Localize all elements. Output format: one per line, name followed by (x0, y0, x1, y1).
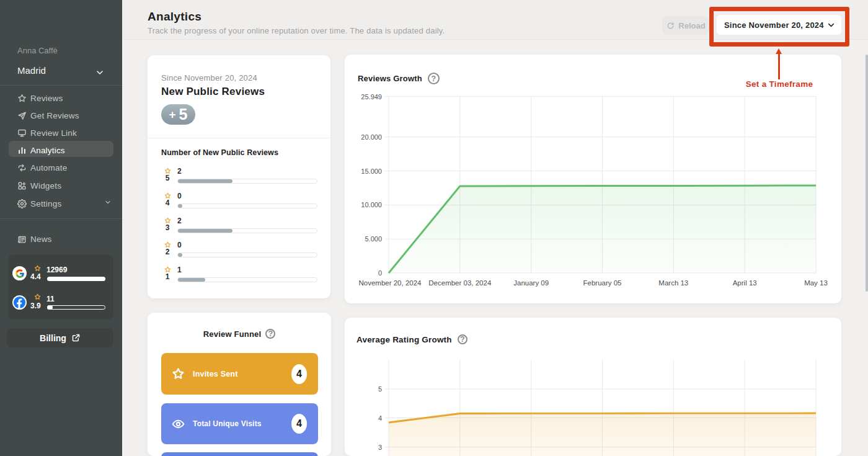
svg-text:4: 4 (378, 414, 382, 422)
svg-text:April 13: April 13 (733, 279, 757, 287)
svg-text:5: 5 (378, 385, 382, 393)
svg-text:March 13: March 13 (658, 279, 688, 287)
svg-text:25.949: 25.949 (361, 93, 382, 101)
svg-text:15.000: 15.000 (361, 168, 382, 175)
svg-text:0: 0 (378, 269, 382, 277)
svg-text:February 05: February 05 (583, 279, 621, 287)
svg-text:3: 3 (378, 444, 382, 451)
svg-text:5.000: 5.000 (365, 235, 382, 243)
svg-text:November 20, 2024: November 20, 2024 (358, 279, 422, 287)
svg-text:January 09: January 09 (513, 279, 549, 287)
svg-text:10.000: 10.000 (361, 201, 382, 208)
svg-text:December 03, 2024: December 03, 2024 (428, 279, 492, 287)
svg-text:May 13: May 13 (804, 279, 828, 287)
svg-text:20.000: 20.000 (361, 133, 382, 141)
